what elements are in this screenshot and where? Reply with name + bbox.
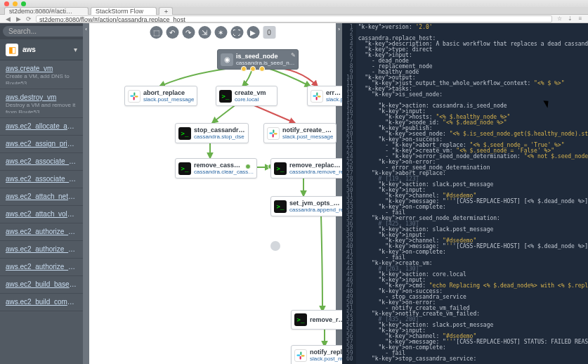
item-title: aws.ec2_attach_network_interface (6, 193, 77, 200)
line-gutter: 1234567891011121314151617181920212223242… (342, 23, 356, 364)
item-title: aws.destroy_vm (6, 93, 77, 101)
sidebar-item-8[interactable]: aws.ec2_authorize_security_group (0, 223, 83, 241)
sidebar-item-2[interactable]: aws.ec2_allocate_address (0, 118, 83, 136)
canvas-tool-6[interactable]: ▶ (247, 26, 259, 39)
browser-toolbar: ◀ ▶ ⟳ st2demo:8080/flow/#/action/cassand… (0, 15, 588, 23)
node-icon (221, 53, 233, 66)
action-sidebar: ⌕ ◧ aws ▾ aws.create_vmCreate a VM, add … (0, 23, 83, 364)
sidebar-item-9[interactable]: aws.ec2_authorize_security_gro… (0, 241, 83, 259)
node-title: remove_r… (310, 316, 345, 323)
item-title: aws.ec2_attach_volume (6, 210, 77, 218)
node-subtitle: cassandra.clear_cass… (194, 169, 254, 175)
node-is-seed-node[interactable]: is_seed_node cassandra.is_seed_n… ✎ (217, 49, 299, 70)
canvas-tool-2[interactable]: ↷ (182, 26, 195, 39)
code-body[interactable]: "k-key">version: '2.0' cassandra.replace… (356, 23, 588, 364)
terminal-icon (178, 162, 191, 175)
item-desc: Destroy a VM and remove it from Route53 (6, 102, 77, 113)
canvas-tool-4[interactable]: ✶ (214, 26, 227, 39)
action-list[interactable]: aws.create_vmCreate a VM, add DNS to Rou… (0, 60, 83, 364)
gear-icon[interactable]: ✎ (291, 52, 296, 58)
sidebar-item-7[interactable]: aws.ec2_attach_volume (0, 206, 83, 223)
canvas-tool-1[interactable]: ↶ (166, 26, 178, 39)
sidebar-item-6[interactable]: aws.ec2_attach_network_interface (0, 188, 83, 206)
item-title: aws.ec2_assign_private_ip_addres… (6, 140, 77, 148)
node-stop-cassandra[interactable]: stop_cassandr…cassandra.stop_dse (175, 123, 249, 143)
chevron-down-icon: ▾ (74, 46, 77, 53)
menu-button[interactable]: ≡ (577, 15, 584, 22)
new-tab-button[interactable]: ＋ (159, 7, 173, 15)
slack-icon (294, 349, 307, 362)
terminal-icon (274, 200, 287, 213)
item-title: aws.ec2_authorize_security_group (6, 228, 77, 235)
node-notify-create[interactable]: notify_create_…slack.post_message (263, 123, 337, 143)
app-root: ⌕ ◧ aws ▾ aws.create_vmCreate a VM, add … (0, 23, 588, 364)
workflow-canvas[interactable]: ⬚↶↷⇲✶⛶▶0 (89, 23, 336, 364)
svg-rect-7 (316, 96, 318, 100)
sidebar-item-12[interactable]: aws.ec2_build_complex_list_para… (0, 294, 83, 311)
svg-rect-1 (133, 92, 135, 96)
node-title: stop_cassandr… (194, 126, 245, 134)
node-subtitle: slack.post_message (282, 134, 333, 140)
node-remove-cass[interactable]: remove_cass…cassandra.clear_cass… (175, 158, 257, 178)
node-title: remove_replac… (289, 162, 349, 169)
node-title: create_vm (235, 89, 266, 96)
item-title: aws.ec2_associate_address (6, 157, 77, 165)
collapse-sidebar-toggle[interactable] (83, 23, 89, 364)
close-dot[interactable] (4, 1, 9, 6)
node-title: is_seed_node (236, 53, 295, 60)
zoom-dot[interactable] (21, 1, 26, 6)
canvas-tool-7[interactable]: 0 (263, 26, 275, 39)
item-title: aws.ec2_build_base_http_request (6, 280, 77, 288)
reload-button[interactable]: ⟳ (25, 15, 32, 22)
node-subtitle: core.local (235, 96, 266, 103)
forward-button[interactable]: ▶ (15, 15, 22, 22)
sidebar-item-0[interactable]: aws.create_vmCreate a VM, add DNS to Rou… (0, 60, 83, 89)
sidebar-item-1[interactable]: aws.destroy_vmDestroy a VM and remove it… (0, 89, 83, 118)
svg-rect-2 (135, 96, 138, 97)
node-set-jvm-opts[interactable]: set_jvm_opts_…cassandra.append_re… (270, 196, 353, 216)
back-button[interactable]: ◀ (4, 15, 11, 22)
svg-rect-4 (313, 95, 316, 96)
svg-rect-15 (300, 356, 301, 359)
canvas-tool-5[interactable]: ⛶ (230, 26, 243, 39)
browser-tab-2[interactable]: StackStorm Flow (91, 7, 157, 15)
address-bar[interactable]: st2demo:8080/flow/#/action/cassandra.rep… (36, 15, 552, 22)
sidebar-item-5[interactable]: aws.ec2_associate_address_object (0, 171, 83, 188)
terminal-icon (294, 313, 307, 326)
svg-rect-6 (318, 96, 321, 97)
item-desc: Create a VM, add DNS to Route53 (6, 73, 77, 84)
node-subtitle: cassandra.append_re… (289, 207, 349, 213)
sidebar-item-3[interactable]: aws.ec2_assign_private_ip_addres… (0, 136, 83, 153)
canvas-tool-0[interactable]: ⬚ (150, 26, 162, 39)
svg-rect-0 (130, 95, 133, 96)
item-title: aws.ec2_allocate_address (6, 122, 77, 130)
sidebar-item-11[interactable]: aws.ec2_build_base_http_request (0, 276, 83, 294)
aws-icon: ◧ (6, 44, 18, 56)
item-title: aws.ec2_associate_address_object (6, 175, 77, 183)
sidebar-group-aws[interactable]: ◧ aws ▾ (0, 39, 83, 60)
star-button[interactable]: ☆ (556, 15, 563, 22)
slack-icon (311, 90, 323, 103)
yaml-editor[interactable]: 1234567891011121314151617181920212223242… (342, 23, 588, 364)
browser-tab-1[interactable]: st2demo:8080/#/actions (4, 7, 89, 15)
canvas-tool-3[interactable]: ⇲ (198, 26, 211, 39)
slack-icon (128, 90, 141, 103)
window-traffic-lights (0, 0, 588, 7)
node-remove-replac[interactable]: remove_replac…cassandra.remove_re… (270, 158, 353, 178)
node-create-vm[interactable]: create_vmcore.local (216, 86, 277, 106)
node-subtitle: cassandra.stop_dse (194, 134, 245, 140)
svg-rect-14 (301, 355, 305, 356)
node-remove-replac-2[interactable]: remove_r… (291, 310, 348, 330)
svg-rect-10 (274, 133, 277, 134)
download-button[interactable]: ⇣ (566, 15, 573, 22)
item-title: aws.create_vm (6, 65, 77, 72)
sidebar-item-4[interactable]: aws.ec2_associate_address (0, 153, 83, 171)
sidebar-item-10[interactable]: aws.ec2_authorize_security_gro… (0, 259, 83, 276)
canvas-toolbar: ⬚↶↷⇲✶⛶▶0 (150, 26, 275, 39)
node-subtitle: cassandra.remove_re… (289, 169, 349, 175)
node-title: set_jvm_opts_… (289, 200, 349, 207)
minimize-dot[interactable] (13, 1, 18, 6)
node-abort-replace[interactable]: abort_replaceslack.post_message (124, 86, 197, 106)
svg-rect-11 (273, 134, 274, 137)
svg-rect-12 (296, 354, 300, 356)
